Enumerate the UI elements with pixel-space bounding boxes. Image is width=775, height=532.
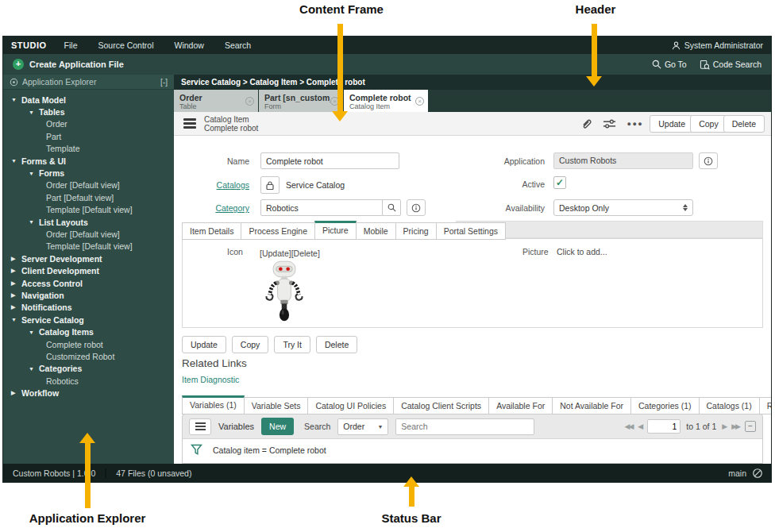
form-section-tab[interactable]: Picture (314, 221, 357, 240)
tree-item[interactable]: ▶ Access Control (3, 277, 174, 289)
category-info-button[interactable] (407, 199, 426, 216)
form-header-button[interactable]: Delete (723, 115, 765, 133)
first-page-icon[interactable]: ◀◀ (625, 422, 633, 430)
form-header-button[interactable]: Copy (690, 115, 727, 133)
form-header-button[interactable]: Update (650, 115, 694, 133)
tree-item[interactable]: Template [Default view] (3, 241, 174, 253)
form-action-button[interactable]: Copy (232, 336, 269, 353)
active-checkbox[interactable]: ✓ (553, 176, 566, 189)
tree-item[interactable]: ▼ Tables (3, 106, 174, 118)
picture-click-to-add[interactable]: Click to add... (557, 247, 607, 256)
availability-label: Availability (469, 203, 545, 213)
form-action-button[interactable]: Try It (274, 336, 310, 353)
close-icon[interactable]: × (415, 97, 424, 106)
tree-item[interactable]: ▶ Notifications (3, 302, 174, 314)
form-section-tab[interactable]: Pricing (395, 222, 437, 240)
related-list-tab[interactable]: Related Articles (759, 397, 771, 414)
tree-item[interactable]: ▼ Service Catalog (3, 314, 174, 326)
tree-item[interactable]: Template [Default view] (3, 204, 174, 216)
application-info-button[interactable] (699, 152, 718, 169)
collapse-list-icon[interactable]: − (745, 421, 756, 432)
related-list-tab[interactable]: Available For (488, 397, 553, 414)
icon-update-delete-links[interactable]: [Update][Delete] (260, 249, 320, 258)
tree-item[interactable]: Customized Robot (3, 350, 174, 362)
application-explorer-header: Application Explorer [-] (3, 75, 174, 90)
tree-item[interactable]: Robotics (3, 375, 174, 387)
list-context-menu-icon[interactable] (189, 418, 211, 435)
last-page-icon[interactable]: ▶▶ (731, 422, 739, 430)
tree-item[interactable]: Complete robot (3, 338, 174, 350)
content-tab-title: Complete robot (349, 93, 415, 102)
tree-item[interactable]: Order (3, 118, 174, 130)
tree-item[interactable]: ▶ Navigation (3, 289, 174, 301)
form-action-button[interactable]: Update (182, 336, 226, 353)
lock-icon[interactable] (260, 176, 280, 194)
form-header-buttons: UpdateCopyDelete (654, 115, 765, 133)
form-section-tab[interactable]: Process Engine (241, 222, 315, 240)
sliders-icon (603, 118, 616, 129)
tree-item[interactable]: ▼ Categories (3, 363, 174, 375)
create-application-file-button[interactable]: + Create Application File (13, 59, 124, 70)
tree-item[interactable]: ▶ Workflow (3, 387, 174, 399)
tree-item[interactable]: ▼ Catalog Items (3, 326, 174, 337)
list-search-input[interactable] (395, 418, 534, 435)
form-section-tab[interactable]: Item Details (182, 222, 241, 240)
tree-item[interactable]: ▼ Forms & UI (3, 155, 174, 167)
page-number-input[interactable] (647, 419, 681, 434)
filter-funnel-icon[interactable] (191, 444, 202, 456)
tree-item[interactable]: ▼ Data Model (3, 94, 174, 106)
collapse-explorer-button[interactable]: [-] (160, 78, 168, 87)
personalize-form-button[interactable] (603, 118, 616, 129)
menu-item[interactable]: Window (175, 40, 204, 50)
catalogs-label-link[interactable]: Catalogs (174, 180, 249, 190)
related-list-tab[interactable]: Not Available For (552, 397, 631, 414)
name-input[interactable] (260, 152, 399, 169)
content-tab[interactable]: Order Table × (174, 90, 258, 112)
related-list-tab[interactable]: Catalogs (1) (699, 397, 760, 414)
record-type: Catalog Item (204, 115, 258, 124)
user-menu[interactable]: System Administrator (672, 40, 763, 50)
related-link[interactable]: Item Diagnostic (182, 375, 239, 384)
related-list-tab[interactable]: Catalog UI Policies (307, 397, 394, 414)
form-context-menu-icon[interactable] (183, 118, 196, 129)
related-list-tab[interactable]: Variables (1) (182, 395, 245, 414)
tree-item[interactable]: Part (3, 130, 174, 142)
related-list-tab[interactable]: Catalog Client Scripts (393, 397, 489, 414)
close-icon[interactable]: × (245, 97, 254, 106)
category-label-link[interactable]: Category (174, 203, 249, 213)
menu-item[interactable]: File (64, 40, 78, 50)
related-list-tab[interactable]: Variable Sets (244, 397, 309, 414)
list-filter-text[interactable]: Catalog item = Complete robot (213, 445, 326, 455)
tree-item[interactable]: ▶ Server Development (3, 253, 174, 264)
tree-item[interactable]: Template (3, 143, 174, 155)
attachment-button[interactable] (580, 118, 592, 129)
more-options-icon[interactable]: ●●● (627, 120, 643, 128)
code-search-button[interactable]: Code Search (700, 60, 762, 70)
form-section-tab[interactable]: Portal Settings (436, 222, 506, 240)
tree-item[interactable]: Order [Default view] (3, 228, 174, 240)
next-page-icon[interactable]: ▶ (722, 422, 726, 430)
search-field-select[interactable]: Order ▼ (337, 418, 388, 435)
category-input[interactable] (260, 199, 383, 216)
form-action-button[interactable]: Delete (316, 336, 357, 353)
tree-item[interactable]: ▼ Forms (3, 167, 174, 179)
previous-page-icon[interactable]: ◀ (638, 422, 642, 430)
related-list-tab[interactable]: Categories (1) (630, 397, 700, 414)
content-tab[interactable]: Part [sn_custom_ro... Form × (259, 90, 343, 112)
tree-item[interactable]: Order [Default view] (3, 179, 174, 191)
tree-item[interactable]: ▼ List Layouts (3, 216, 174, 228)
new-variable-button[interactable]: New (261, 418, 294, 435)
application-value: Custom Robots (553, 152, 693, 169)
category-lookup-button[interactable] (382, 199, 401, 216)
tree-item-label: List Layouts (39, 218, 88, 227)
menu-item[interactable]: Source Control (98, 40, 153, 50)
tree-item[interactable]: ▶ Client Development (3, 264, 174, 276)
content-tab[interactable]: Complete robot Catalog Item × (344, 90, 428, 112)
tree-item[interactable]: Part [Default view] (3, 191, 174, 203)
form-section-tab[interactable]: Mobile (356, 222, 396, 240)
availability-select[interactable]: Desktop Only (553, 199, 693, 216)
status-branch-name[interactable]: main (728, 468, 746, 478)
go-to-button[interactable]: Go To (652, 60, 687, 69)
tree-expand-icon: ▶ (11, 256, 21, 262)
menu-item[interactable]: Search (225, 40, 251, 50)
